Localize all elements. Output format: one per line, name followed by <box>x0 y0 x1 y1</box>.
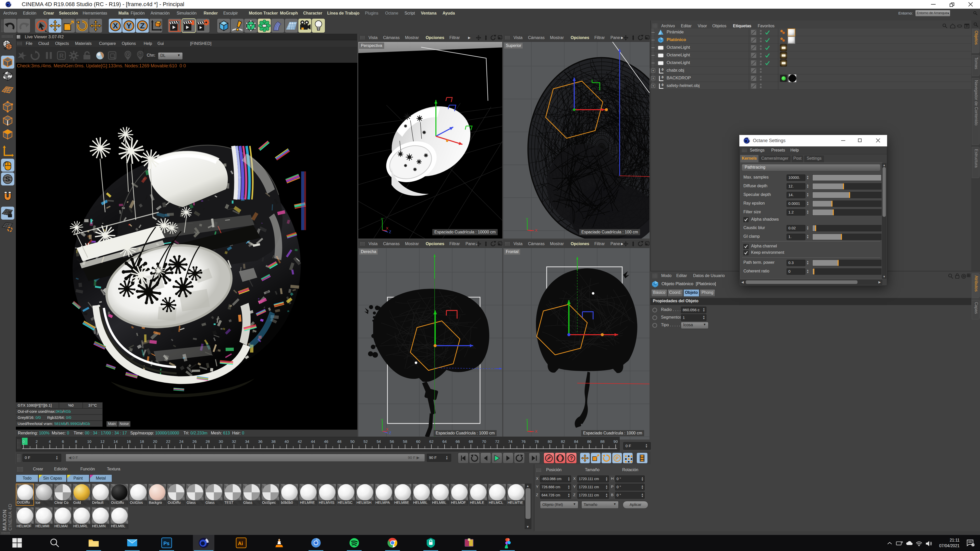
svg-text:62: 62 <box>429 439 434 444</box>
svg-text:X: X <box>386 427 388 431</box>
svg-text:78: 78 <box>535 439 539 444</box>
svg-text:R: R <box>59 52 64 59</box>
svg-text:Ai: Ai <box>238 540 243 546</box>
svg-text:24: 24 <box>179 439 183 444</box>
svg-text:4: 4 <box>49 439 51 444</box>
svg-text:X: X <box>535 228 538 232</box>
svg-text:38: 38 <box>271 439 275 444</box>
svg-text:56: 56 <box>390 439 394 444</box>
svg-text:82: 82 <box>561 439 565 444</box>
svg-text:0: 0 <box>662 83 663 87</box>
svg-text:84: 84 <box>574 439 578 444</box>
svg-text:88: 88 <box>600 439 605 444</box>
svg-text:0: 0 <box>662 68 663 71</box>
svg-text:12: 12 <box>100 439 105 444</box>
svg-text:32: 32 <box>232 439 236 444</box>
svg-text:60: 60 <box>416 439 420 444</box>
svg-text:Y: Y <box>526 218 528 221</box>
svg-text:58: 58 <box>403 439 407 444</box>
svg-text:X: X <box>386 226 388 230</box>
svg-text:Y: Y <box>381 419 383 422</box>
svg-text:F: F <box>127 52 129 57</box>
svg-text:34: 34 <box>245 439 249 444</box>
svg-text:0: 0 <box>662 75 663 79</box>
svg-text:22: 22 <box>166 439 170 444</box>
svg-text:X: X <box>113 21 118 30</box>
svg-text:20: 20 <box>153 439 157 444</box>
svg-text:10: 10 <box>87 439 91 444</box>
svg-text:6: 6 <box>62 439 64 444</box>
svg-text:54: 54 <box>377 439 381 444</box>
svg-text:52: 52 <box>363 439 368 444</box>
svg-text:X: X <box>535 429 538 433</box>
svg-text:Y: Y <box>126 21 131 30</box>
svg-text:72: 72 <box>495 439 500 444</box>
svg-text:2: 2 <box>35 439 38 444</box>
svg-text:0: 0 <box>22 439 24 444</box>
svg-text:?: ? <box>570 455 573 461</box>
svg-text:90: 90 <box>614 439 618 444</box>
svg-text:Ps: Ps <box>163 540 169 546</box>
svg-text:26: 26 <box>192 439 197 444</box>
svg-text:Z: Z <box>389 230 391 234</box>
svg-text:86: 86 <box>587 439 592 444</box>
svg-text:Y: Y <box>526 419 528 422</box>
svg-text:Y: Y <box>381 218 383 221</box>
svg-text:14: 14 <box>114 439 118 444</box>
svg-text:50: 50 <box>350 439 355 444</box>
svg-text:30: 30 <box>219 439 223 444</box>
svg-text:8: 8 <box>75 439 77 444</box>
svg-text:48: 48 <box>337 439 342 444</box>
svg-text:Z: Z <box>140 21 145 30</box>
svg-text:2: 2 <box>972 543 974 546</box>
svg-text:36: 36 <box>258 439 262 444</box>
svg-text:70: 70 <box>482 439 486 444</box>
svg-text:40: 40 <box>285 439 289 444</box>
svg-text:S: S <box>5 175 10 183</box>
svg-text:74: 74 <box>508 439 512 444</box>
svg-text:Z: Z <box>389 430 391 435</box>
svg-text:66: 66 <box>455 439 460 444</box>
svg-text:46: 46 <box>324 439 328 444</box>
svg-text:42: 42 <box>298 439 302 444</box>
svg-text:44: 44 <box>311 439 315 444</box>
svg-text:P: P <box>616 455 619 461</box>
svg-text:M: M <box>139 52 142 57</box>
svg-text:80: 80 <box>548 439 552 444</box>
svg-text:16: 16 <box>127 439 131 444</box>
svg-text:76: 76 <box>522 439 526 444</box>
svg-text:18: 18 <box>140 439 144 444</box>
svg-text:68: 68 <box>469 439 473 444</box>
svg-text:28: 28 <box>205 439 210 444</box>
svg-text:64: 64 <box>442 439 447 444</box>
